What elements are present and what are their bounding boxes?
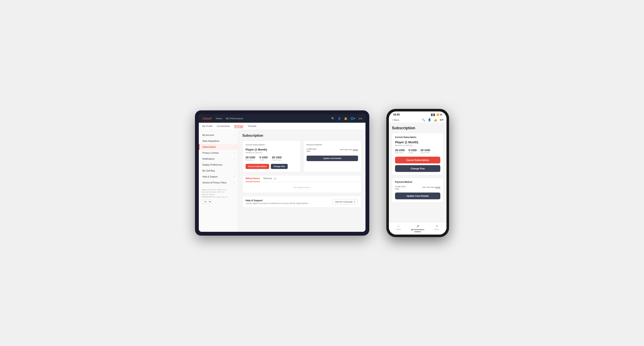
sidebar-item-notifications[interactable]: Notifications › <box>199 156 238 162</box>
phone-current-subscription-card: Current Subscription Player (1 Month) Re… <box>392 133 444 175</box>
phone-nav-performance-label: My Performance <box>411 229 424 230</box>
phone-navbar: < Back 🔍 👤 🔔 ⊕▾ <box>389 117 446 123</box>
subnav-connections[interactable]: Connections <box>217 125 230 128</box>
payment-method-card: Payment Method Credit Card Visa **** ***… <box>304 141 362 172</box>
plus-icon[interactable]: ⊕▾ <box>440 118 444 121</box>
phone-time: 10:43 <box>393 113 400 116</box>
sidebar-item-help-support[interactable]: Help & Support ↗ <box>199 174 238 179</box>
phone-status-bar: 10:43 ▌▌▌ 📶 85 <box>389 111 446 117</box>
users-icon[interactable]: 👤 <box>338 117 341 120</box>
avatar-icon[interactable]: ⊙▾ <box>358 117 362 120</box>
nav-my-performance[interactable]: My Performance <box>226 117 243 120</box>
phone-base-price-col: 20 USD Base price <box>395 149 405 154</box>
subnav-my-profile[interactable]: My Profile <box>202 125 212 128</box>
billing-section: Billing History Referrals 0 No Invoices … <box>242 175 361 193</box>
phone-nav-home-label: Home <box>396 228 400 230</box>
subnav-tutorials[interactable]: Tutorials <box>248 125 256 128</box>
card-brand: Visa <box>306 150 316 152</box>
credit-col: 0 USD Credit <box>260 156 268 161</box>
phone-status-icons: ▌▌▌ 📶 85 <box>431 114 442 116</box>
amount-due-label: Amount due <box>272 159 282 161</box>
phone-payment-row: Credit Card Visa **** **** **** 4242 <box>395 185 440 190</box>
phone-amount-due-label: Amount due <box>420 152 430 154</box>
phone-pricing: 20 USD Base price 0 USD Credit 20 USD Am… <box>395 149 440 154</box>
back-button[interactable]: < Back <box>392 119 399 121</box>
card-type: Credit Card <box>306 148 316 150</box>
bell-icon[interactable]: 🔔 <box>344 117 348 120</box>
phone-nav-my-performance[interactable]: ↗ My Performance <box>408 224 427 232</box>
phone-nav-home[interactable]: ⌂ Home <box>389 224 408 232</box>
sidebar-item-service-privacy-policy[interactable]: Service & Privacy Policy ↗ <box>199 179 238 185</box>
phone-nav-menu[interactable]: ≡ Menu <box>427 224 446 232</box>
base-price-value: 20 USD <box>246 156 255 159</box>
subscription-actions: Cancel Subscription Change Plan <box>246 164 297 169</box>
nav-home[interactable]: Home <box>216 117 222 120</box>
language-dropdown[interactable]: EN <box>202 200 212 203</box>
performance-icon: ↗ <box>416 224 419 228</box>
chevron-icon: › <box>234 164 235 166</box>
sidebar-footer: Clippd Client Version: 2023.07.6-8 GQL S… <box>199 185 238 206</box>
phone-update-card-button[interactable]: Update Card Details <box>395 192 440 199</box>
phone-payment-details: Credit Card Visa <box>395 185 406 190</box>
phone-plan-renew: Renews on 25/07/23 <box>395 144 440 147</box>
sidebar-item-data-integrations[interactable]: Data Integrations › <box>199 138 238 144</box>
signal-icon: ▌▌▌ <box>431 114 436 116</box>
bell-icon[interactable]: 🔔 <box>434 118 437 121</box>
sidebar-item-privacy-controls[interactable]: Privacy Controls › <box>199 150 238 156</box>
phone-card-type: Credit Card <box>395 185 406 188</box>
subscription-cards: Current Subscription Player (1 Month) Re… <box>242 141 361 172</box>
cancel-subscription-button[interactable]: Cancel Subscription <box>246 164 269 169</box>
page-title: Subscription <box>242 134 361 138</box>
home-icon: ⌂ <box>397 224 400 228</box>
chevron-icon: › <box>234 134 235 136</box>
sidebar-item-my-account[interactable]: My Account › <box>199 132 238 138</box>
tablet-nav-right: 🔍 👤 🔔 🌐▾ ⊙▾ <box>331 117 362 120</box>
referrals-badge: 0 <box>274 177 276 180</box>
tablet-navbar: clippd Home My Performance 🔍 👤 🔔 🌐▾ ⊙▾ <box>199 114 366 123</box>
phone-card-brand: Visa <box>395 188 406 190</box>
plan-renew-date: Renews on 25/07/23 <box>246 152 297 154</box>
menu-icon: ≡ <box>436 224 438 228</box>
tablet-content-area: My Account › Data Integrations › Subscri… <box>199 130 366 232</box>
help-title: Help & Support <box>246 199 309 202</box>
chevron-icon: › <box>234 140 235 142</box>
tablet-screen: clippd Home My Performance 🔍 👤 🔔 🌐▾ ⊙▾ M… <box>199 114 366 232</box>
sidebar-item-display-preferences[interactable]: Display Preferences › <box>199 162 238 168</box>
phone-amount-due: 20 USD <box>420 149 430 152</box>
payment-card-info: Credit Card Visa **** **** **** 4242 <box>306 148 358 152</box>
phone-page-title: Subscription <box>392 126 444 130</box>
phone-credit-label: Credit <box>409 152 417 154</box>
search-icon[interactable]: 🔍 <box>422 118 425 121</box>
amount-due-col: 20 USD Amount due <box>272 156 282 161</box>
tablet-device: clippd Home My Performance 🔍 👤 🔔 🌐▾ ⊙▾ M… <box>195 110 369 236</box>
nav-active-indicator <box>414 232 421 232</box>
tablet-nav-links: Home My Performance <box>216 117 243 120</box>
phone-credit: 0 USD <box>409 149 417 152</box>
external-link-icon: ↗ <box>354 201 355 203</box>
user-icon[interactable]: 👤 <box>428 118 431 121</box>
search-icon[interactable]: 🔍 <box>331 117 335 120</box>
chevron-icon: › <box>234 146 235 148</box>
phone-amount-due-col: 20 USD Amount due <box>420 149 430 154</box>
subnav-settings[interactable]: Settings <box>234 125 243 128</box>
external-link-icon: ↗ <box>233 175 235 178</box>
no-invoices-text: No Invoices Found <box>242 182 361 193</box>
phone-base-price: 20 USD <box>395 149 405 152</box>
credit-value: 0 USD <box>260 156 268 159</box>
help-text: Help & Support Visit the Clippd Communit… <box>246 199 309 204</box>
phone-plan-name: Player (1 Month) <box>395 141 440 144</box>
phone-nav-menu-label: Menu <box>435 228 439 230</box>
language-selector[interactable]: EN <box>202 200 235 203</box>
update-card-button[interactable]: Update Card Details <box>306 156 358 161</box>
billing-history-tab[interactable]: Billing History <box>246 175 260 182</box>
change-plan-button[interactable]: Change Plan <box>271 164 288 169</box>
visit-community-button[interactable]: Visit Our Community ↗ <box>332 199 358 204</box>
amount-due-value: 20 USD <box>272 156 282 159</box>
globe-icon[interactable]: 🌐▾ <box>350 117 355 120</box>
phone-cancel-subscription-button[interactable]: Cancel Subscription <box>395 157 440 164</box>
referrals-tab[interactable]: Referrals 0 <box>264 175 276 182</box>
phone-change-plan-button[interactable]: Change Plan <box>395 165 440 172</box>
sidebar-item-my-golf-bag[interactable]: My Golf Bag › <box>199 168 238 174</box>
sidebar-item-subscription[interactable]: Subscription › <box>199 144 238 150</box>
base-price-col: 20 USD Base price <box>246 156 255 161</box>
